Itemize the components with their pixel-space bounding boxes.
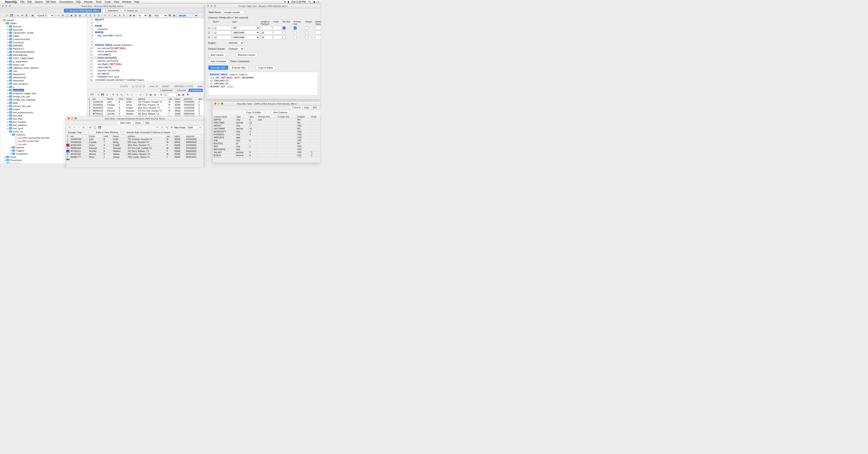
- filter-icon[interactable]: ⧩: [170, 126, 173, 129]
- close-icon[interactable]: [2, 5, 4, 7]
- result-tab[interactable]: ⊗department: [158, 89, 174, 92]
- db-icon[interactable]: 🗄: [25, 14, 28, 17]
- tree-table[interactable]: ▶california_water_districts: [0, 66, 87, 69]
- col-scale-input[interactable]: [273, 35, 282, 39]
- run-icon[interactable]: ▶: [114, 14, 117, 17]
- remove-column-button[interactable]: Remove Column: [236, 53, 258, 57]
- table-row[interactable]: 4666884444RameshKNarayan975 Fire Oak, Hu…: [88, 109, 204, 112]
- schema-select[interactable]: sample: [177, 13, 198, 18]
- find-icon[interactable]: 🔍: [120, 93, 123, 97]
- table-row[interactable]: COMMdecimal9YES2: [213, 157, 321, 158]
- close-tab-icon[interactable]: ✕: [66, 9, 68, 12]
- table-row[interactable]: SEXchar1YES: [213, 145, 321, 148]
- list4-icon[interactable]: ☰: [97, 14, 100, 17]
- edit-tab[interactable]: Table Data: [117, 121, 133, 125]
- maxrows-input[interactable]: [187, 126, 197, 129]
- tree-table[interactable]: ▶dependent: [0, 79, 87, 82]
- app-name[interactable]: RazorSQL: [5, 0, 18, 3]
- go-icon[interactable]: ➡: [198, 126, 202, 129]
- notnull-check[interactable]: [283, 36, 286, 39]
- notnull-check[interactable]: ✓: [283, 27, 286, 30]
- copy-editor-button[interactable]: Copy to Editor: [256, 66, 275, 70]
- lang-select[interactable]: SQL: [152, 13, 167, 18]
- tree-table[interactable]: ▶employee: [0, 89, 87, 92]
- traffic-lights[interactable]: [2, 5, 11, 7]
- commit-icon[interactable]: ✔: [138, 93, 142, 97]
- table-row[interactable]: PHONENOchar4YES: [213, 133, 321, 136]
- grid3-icon[interactable]: ▤: [78, 14, 82, 17]
- table-row[interactable]: HIREDATEdateYES: [213, 136, 321, 139]
- row-marker[interactable]: 4: [66, 147, 70, 150]
- tree-table[interactable]: ▶EMPMDC: [0, 44, 87, 47]
- save-icon[interactable]: 💾: [98, 126, 101, 129]
- engine-select[interactable]: <Default>: [227, 41, 244, 45]
- menu-help[interactable]: Help: [134, 0, 140, 3]
- pk-check[interactable]: [293, 36, 297, 39]
- default-input[interactable]: [315, 26, 321, 30]
- execute-sql-button[interactable]: Execute SQL: [230, 66, 248, 70]
- table-row[interactable]: 2333445555FranklinTWong638 Voss, Houston…: [88, 103, 204, 106]
- menu-results[interactable]: Results: [84, 0, 93, 3]
- col-len-input[interactable]: [260, 35, 272, 39]
- edit-grid[interactable]: #ssnfnameminitlnameaddresssexsalarysuper…: [66, 135, 204, 160]
- list2-icon[interactable]: ☰: [89, 14, 92, 17]
- sort-icon[interactable]: ⇅: [116, 93, 119, 97]
- table-row[interactable]: 5987654321JenniferSWallace291 Berry, Bel…: [66, 150, 204, 153]
- generate-sql-button[interactable]: Generate SQL: [208, 66, 228, 70]
- col-header[interactable]: superssn: [183, 98, 197, 101]
- col-header[interactable]: address: [127, 135, 166, 138]
- tree-table[interactable]: ▶department2: [0, 76, 87, 79]
- zoom-icon[interactable]: [9, 5, 11, 7]
- cut-icon[interactable]: ✂: [57, 14, 60, 17]
- next-icon[interactable]: ▶: [132, 14, 136, 17]
- cancel-icon[interactable]: ⊘: [82, 126, 85, 129]
- sort-columns-button[interactable]: Sort Columns: [271, 110, 290, 115]
- table-icon[interactable]: ▦: [31, 14, 34, 17]
- close-icon[interactable]: [214, 102, 216, 105]
- table-row[interactable]: 3453453453JoyceAEnglish5631 Rice, Housto…: [66, 144, 204, 147]
- tree-table[interactable]: ▶primary_key_pair: [0, 104, 87, 107]
- col-header[interactable]: lname: [125, 98, 137, 101]
- menu-dbtools[interactable]: DB Tools: [46, 0, 56, 3]
- desc-tab[interactable]: Columns: [290, 106, 302, 109]
- table-row[interactable]: 8: [66, 159, 204, 160]
- menu-file[interactable]: File: [20, 0, 24, 3]
- result-tab[interactable]: ⊗Account: [175, 89, 188, 92]
- row-marker[interactable]: 6: [66, 153, 70, 156]
- sql2-icon[interactable]: ▦: [182, 93, 185, 97]
- tree-icon[interactable]: 🌳: [168, 14, 172, 17]
- add-constraint-button[interactable]: Add Constraint: [208, 59, 228, 63]
- row-marker[interactable]: 3: [66, 144, 70, 147]
- desc-tab[interactable]: DDL: [311, 106, 319, 109]
- tree-table[interactable]: ▶project: [0, 107, 87, 111]
- tree-table[interactable]: ▶jkhkj: [0, 101, 87, 104]
- col-header[interactable]: sex: [166, 135, 173, 138]
- col-type-select[interactable]: INT: [232, 26, 260, 30]
- menu-tools[interactable]: Tools: [96, 0, 102, 3]
- menu-search[interactable]: Search: [35, 0, 43, 3]
- tree-table[interactable]: ▶PRODUCT: [0, 47, 87, 50]
- tree-table[interactable]: ▶foreign_key_separate: [0, 98, 87, 101]
- tree-table[interactable]: ▶e: [0, 85, 87, 89]
- menu-code[interactable]: Code: [105, 0, 111, 3]
- col-header[interactable]: Scale: [310, 116, 321, 118]
- result-tab[interactable]: ⊗employee: [189, 89, 203, 92]
- prev-icon[interactable]: ◀: [128, 14, 132, 17]
- menu-icon[interactable]: ≡: [317, 0, 319, 3]
- col-header[interactable]: lname: [112, 135, 127, 138]
- tree-table[interactable]: ▶Account2: [0, 28, 87, 31]
- table-row[interactable]: LASTNAMEvarchar15NO: [213, 127, 321, 130]
- default-input[interactable]: [315, 31, 321, 35]
- col-header[interactable]: superssn: [185, 135, 204, 138]
- grid-icon[interactable]: ▦: [173, 14, 176, 17]
- battery-icon[interactable]: ▮: [288, 0, 289, 3]
- table-row[interactable]: 4666884444RameshKNarayan975 Fire Oak, Hu…: [66, 147, 204, 150]
- table-row[interactable]: 5987654321JenniferSWallace291 Berry, Bel…: [88, 112, 204, 116]
- zoom-icon[interactable]: [214, 5, 216, 7]
- col-len-input[interactable]: [260, 26, 272, 30]
- clock[interactable]: Tue 3:29 PM: [291, 0, 306, 3]
- close-icon[interactable]: [68, 117, 70, 120]
- paste-icon[interactable]: 📋: [65, 14, 69, 17]
- tree-table[interactable]: ▶Account: [0, 25, 87, 28]
- paste-icon[interactable]: 📋: [93, 126, 97, 129]
